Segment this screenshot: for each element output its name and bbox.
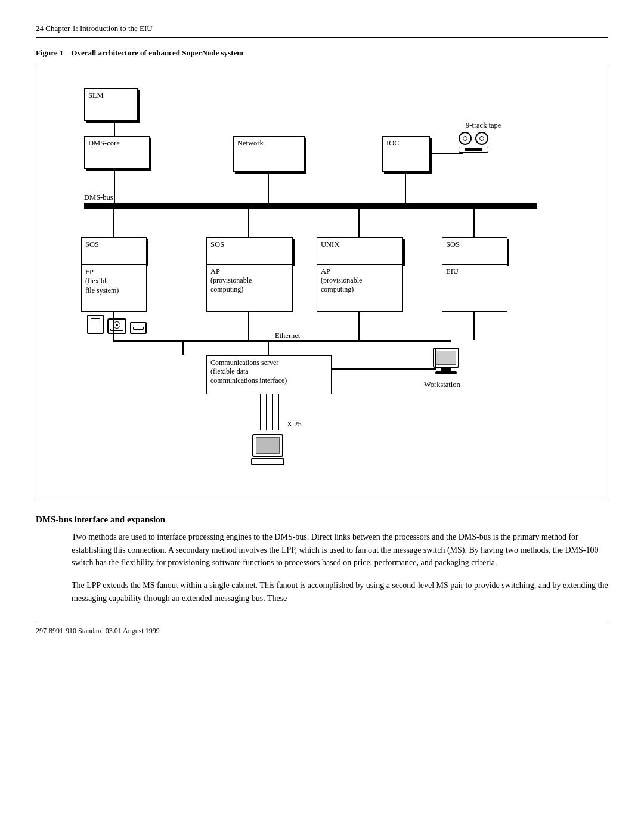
page-header: 24 Chapter 1: Introduction to the EIU [36, 24, 608, 38]
footer-text: 297-8991-910 Standard 03.01 August 1999 [36, 627, 160, 635]
dmscore-bus-line [114, 169, 115, 203]
x25-line2 [266, 394, 267, 430]
terminal-icon [251, 434, 284, 465]
comm-server-component: Communications server (flexible data com… [206, 355, 332, 394]
sos1-component: SOS [81, 237, 147, 264]
eth-start-line [182, 340, 184, 355]
ap1-ethernet-line [248, 312, 249, 340]
section-heading: DMS-bus interface and expansion [36, 515, 608, 525]
unix-bus-line [358, 209, 360, 237]
figure-caption: Figure 1 Overall architecture of enhance… [36, 48, 608, 58]
ap1-component: AP (provisionable computing) [206, 264, 293, 312]
ws-vert-line [435, 348, 436, 368]
fp-eth-hline [113, 340, 184, 342]
fp-eth-line [113, 312, 114, 340]
x25-label: X.25 [287, 420, 302, 429]
eiu-component: EIU [442, 264, 507, 312]
sos3-bus-line [473, 209, 475, 237]
ap2-component: AP (provisionable computing) [317, 264, 403, 312]
ioc-component: IOC [382, 136, 430, 172]
ioc-bus-line [405, 172, 406, 203]
slm-component: SLM [84, 88, 138, 121]
comm-ws-line [332, 368, 436, 370]
body-paragraph-2: The LPP extends the MS fanout within a s… [72, 579, 608, 605]
slm-dmscore-line [114, 121, 115, 136]
dms-bus-label: DMS-bus [84, 193, 113, 202]
sos2-component: SOS [206, 237, 293, 264]
figure-number: Figure 1 [36, 48, 63, 57]
body-paragraph-1: Two methods are used to interface proces… [72, 531, 608, 569]
drive-icon [130, 322, 147, 334]
ioc-tape-line [430, 153, 463, 154]
x25-line3 [272, 394, 273, 430]
sos3-component: SOS [442, 237, 507, 264]
dms-core-component: DMS-core [84, 136, 150, 169]
floppy-icon [87, 315, 104, 334]
architecture-diagram: SLM DMS-core Network IOC 9-track tape [36, 64, 608, 500]
page-footer: 297-8991-910 Standard 03.01 August 1999 [36, 623, 608, 636]
disk-drive-icon [107, 318, 126, 334]
sos2-bus-line [248, 209, 249, 237]
dms-bus-bar [84, 203, 537, 209]
figure-caption-text: Overall architecture of enhanced SuperNo… [71, 48, 243, 57]
comm-ethernet-line [268, 340, 269, 355]
tape-label: 9-track tape [466, 121, 501, 130]
header-text: 24 Chapter 1: Introduction to the EIU [36, 24, 153, 33]
ap2-ethernet-line [358, 312, 360, 340]
sos1-bus-line [113, 209, 114, 237]
x25-line4 [278, 394, 279, 430]
workstation-icon [433, 348, 459, 374]
disk-icons [87, 315, 147, 334]
x25-line1 [260, 394, 261, 430]
tape-icon [459, 132, 488, 153]
fp-component: FP (flexible file system) [81, 264, 147, 312]
workstation-label: Workstation [424, 380, 460, 389]
network-component: Network [233, 136, 305, 172]
ethernet-label: Ethernet [275, 332, 300, 340]
ethernet-line [182, 340, 451, 342]
eiu-ethernet-line [473, 312, 475, 340]
unix-component: UNIX [317, 237, 403, 264]
diagram-content: SLM DMS-core Network IOC 9-track tape [48, 76, 596, 482]
network-bus-line [268, 172, 269, 203]
